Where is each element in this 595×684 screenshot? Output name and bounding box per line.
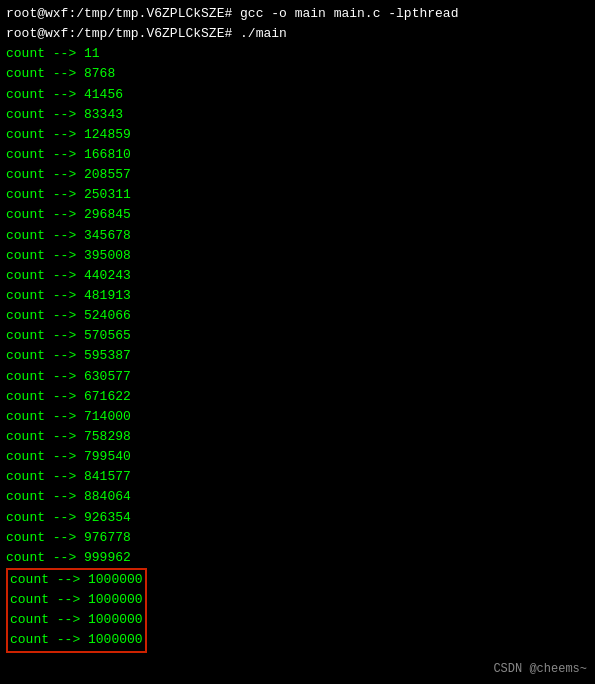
output-line-8: count --> 296845 [6, 205, 589, 225]
output-line-19: count --> 758298 [6, 427, 589, 447]
output-line-5: count --> 166810 [6, 145, 589, 165]
output-line-15: count --> 595387 [6, 346, 589, 366]
output-line-21: count --> 841577 [6, 467, 589, 487]
highlighted-block: count --> 1000000count --> 1000000count … [6, 568, 589, 653]
watermark: CSDN @cheems~ [493, 662, 587, 676]
highlighted-line-1: count --> 1000000 [10, 590, 143, 610]
prompt-line-1: root@wxf:/tmp/tmp.V6ZPLCkSZE# gcc -o mai… [6, 4, 589, 24]
output-line-0: count --> 11 [6, 44, 589, 64]
highlighted-line-2: count --> 1000000 [10, 610, 143, 630]
output-line-25: count --> 999962 [6, 548, 589, 568]
output-line-23: count --> 926354 [6, 508, 589, 528]
output-line-22: count --> 884064 [6, 487, 589, 507]
output-line-9: count --> 345678 [6, 226, 589, 246]
output-line-4: count --> 124859 [6, 125, 589, 145]
output-line-10: count --> 395008 [6, 246, 589, 266]
output-line-11: count --> 440243 [6, 266, 589, 286]
terminal-window: root@wxf:/tmp/tmp.V6ZPLCkSZE# gcc -o mai… [0, 0, 595, 684]
output-line-7: count --> 250311 [6, 185, 589, 205]
output-line-1: count --> 8768 [6, 64, 589, 84]
output-lines: count --> 11count --> 8768count --> 4145… [6, 44, 589, 568]
highlighted-line-0: count --> 1000000 [10, 570, 143, 590]
output-line-2: count --> 41456 [6, 85, 589, 105]
output-line-16: count --> 630577 [6, 367, 589, 387]
output-line-12: count --> 481913 [6, 286, 589, 306]
highlighted-lines-box: count --> 1000000count --> 1000000count … [6, 568, 147, 653]
highlighted-line-3: count --> 1000000 [10, 630, 143, 650]
output-line-6: count --> 208557 [6, 165, 589, 185]
output-line-3: count --> 83343 [6, 105, 589, 125]
output-line-24: count --> 976778 [6, 528, 589, 548]
output-line-17: count --> 671622 [6, 387, 589, 407]
output-line-13: count --> 524066 [6, 306, 589, 326]
output-line-14: count --> 570565 [6, 326, 589, 346]
output-line-18: count --> 714000 [6, 407, 589, 427]
output-line-20: count --> 799540 [6, 447, 589, 467]
prompt-line-2: root@wxf:/tmp/tmp.V6ZPLCkSZE# ./main [6, 24, 589, 44]
